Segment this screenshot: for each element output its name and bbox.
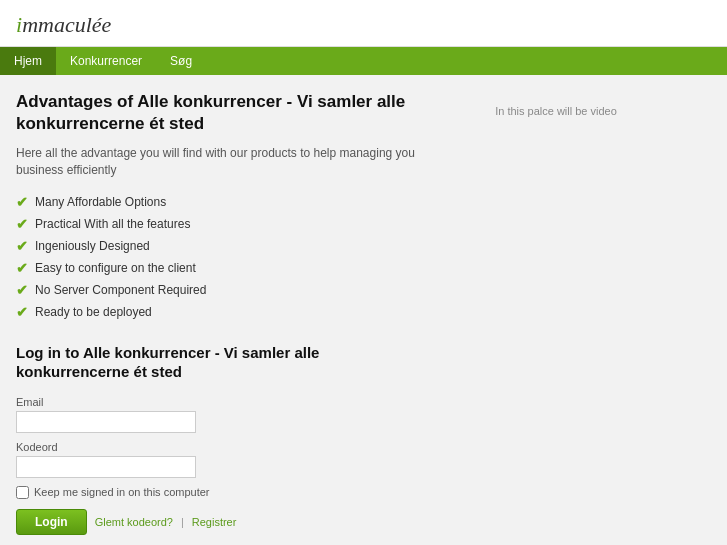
register-link[interactable]: Registrer (192, 516, 237, 528)
list-item: ✔ Ready to be deployed (16, 301, 436, 323)
right-column: In this palce will be video (456, 91, 656, 535)
email-label: Email (16, 396, 436, 408)
advantage-item-2: Practical With all the features (35, 217, 190, 231)
left-column: Advantages of Alle konkurrencer - Vi sam… (16, 91, 436, 535)
nav-item-hjem[interactable]: Hjem (0, 47, 56, 75)
separator: | (181, 516, 184, 528)
advantage-item-1: Many Affordable Options (35, 195, 166, 209)
checkmark-icon: ✔ (16, 260, 28, 276)
nav-link-konkurrencer[interactable]: Konkurrencer (56, 47, 156, 75)
password-input[interactable] (16, 456, 196, 478)
nav-item-sog[interactable]: Søg (156, 47, 206, 75)
nav-link-sog[interactable]: Søg (156, 47, 206, 75)
main-container: Advantages of Alle konkurrencer - Vi sam… (0, 75, 727, 545)
list-item: ✔ Practical With all the features (16, 213, 436, 235)
email-input[interactable] (16, 411, 196, 433)
checkmark-icon: ✔ (16, 238, 28, 254)
checkmark-icon: ✔ (16, 282, 28, 298)
advantage-item-3: Ingeniously Designed (35, 239, 150, 253)
password-label: Kodeord (16, 441, 436, 453)
video-placeholder-text: In this palce will be video (495, 105, 617, 117)
content-area: Advantages of Alle konkurrencer - Vi sam… (0, 75, 727, 545)
advantages-list: ✔ Many Affordable Options ✔ Practical Wi… (16, 191, 436, 323)
login-actions: Login Glemt kodeord? | Registrer (16, 509, 436, 535)
list-item: ✔ Ingeniously Designed (16, 235, 436, 257)
header: immaculée (0, 0, 727, 47)
advantage-item-6: Ready to be deployed (35, 305, 152, 319)
nav-link-hjem[interactable]: Hjem (0, 47, 56, 75)
advantages-section: Advantages of Alle konkurrencer - Vi sam… (16, 91, 436, 323)
keep-signed-label: Keep me signed in on this computer (34, 486, 210, 498)
logo: immaculée (16, 12, 711, 38)
logo-text: mmaculée (22, 12, 111, 37)
forgot-password-link[interactable]: Glemt kodeord? (95, 516, 173, 528)
checkmark-icon: ✔ (16, 216, 28, 232)
advantage-item-4: Easy to configure on the client (35, 261, 196, 275)
advantages-title: Advantages of Alle konkurrencer - Vi sam… (16, 91, 436, 135)
nav-item-konkurrencer[interactable]: Konkurrencer (56, 47, 156, 75)
checkmark-icon: ✔ (16, 304, 28, 320)
login-section: Log in to Alle konkurrencer - Vi samler … (16, 343, 436, 535)
list-item: ✔ Easy to configure on the client (16, 257, 436, 279)
checkmark-icon: ✔ (16, 194, 28, 210)
navigation: Hjem Konkurrencer Søg (0, 47, 727, 75)
advantage-item-5: No Server Component Required (35, 283, 206, 297)
keep-signed-checkbox[interactable] (16, 486, 29, 499)
email-field-group: Email (16, 396, 436, 433)
login-button[interactable]: Login (16, 509, 87, 535)
advantages-subtitle: Here all the advantage you will find wit… (16, 145, 436, 179)
login-title: Log in to Alle konkurrencer - Vi samler … (16, 343, 436, 382)
keep-signed-group: Keep me signed in on this computer (16, 486, 436, 499)
list-item: ✔ No Server Component Required (16, 279, 436, 301)
password-field-group: Kodeord (16, 441, 436, 478)
list-item: ✔ Many Affordable Options (16, 191, 436, 213)
